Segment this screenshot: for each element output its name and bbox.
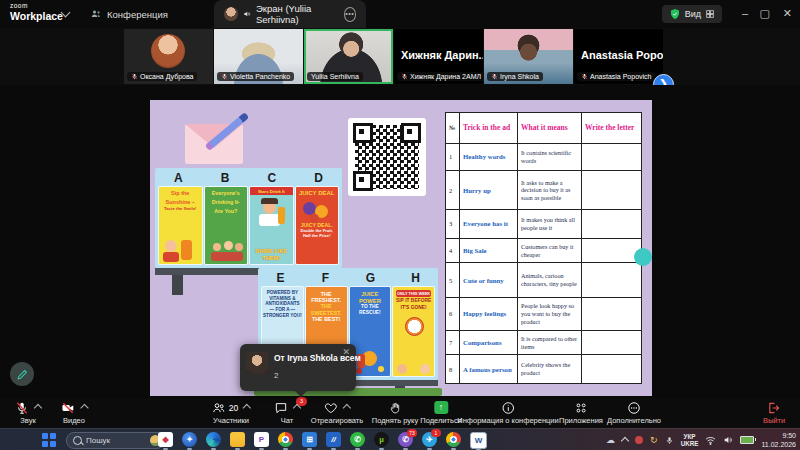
share-screen-icon: ↑ xyxy=(434,401,448,414)
viber-icon[interactable]: ✆73 xyxy=(398,432,413,447)
app-m-icon[interactable]: // xyxy=(326,432,341,447)
popup-tail xyxy=(295,391,307,397)
titlebar: zoom Workplace Конференция Экран (Yuliia… xyxy=(0,0,800,28)
tab-meeting-label: Конференция xyxy=(107,9,168,20)
juice-bottle xyxy=(181,240,192,260)
grid-view-icon xyxy=(705,9,715,19)
taskbar-search[interactable]: Пошук xyxy=(66,432,165,449)
shared-screen-area: A B C D Sip the Sunshine – Taste the Smi… xyxy=(0,85,800,398)
answer-cell xyxy=(582,330,642,355)
wifi-icon[interactable] xyxy=(705,436,716,445)
zoom-workplace-logo: zoom Workplace xyxy=(10,3,63,21)
letter-e: E xyxy=(258,268,303,287)
participant-name: Violetta Panchenko xyxy=(230,73,290,80)
chrome-profile-icon[interactable] xyxy=(446,432,461,447)
battery-icon[interactable] xyxy=(740,436,754,444)
tab-meeting[interactable]: Конференция xyxy=(80,0,178,28)
hidden-icons-chevron[interactable] xyxy=(621,437,629,445)
avatar xyxy=(246,352,268,374)
annotate-button[interactable] xyxy=(10,362,34,386)
telegram-icon[interactable]: ✈1 xyxy=(422,432,437,447)
avatar xyxy=(151,34,185,68)
table-row: 4Big SaleCustomers can buy it cheaper xyxy=(446,238,642,263)
chevron-up-icon[interactable] xyxy=(80,403,88,411)
leave-meeting-button[interactable]: Выйти xyxy=(763,400,785,425)
app-diia-icon[interactable]: ◆ xyxy=(158,432,173,447)
fruit xyxy=(356,368,362,374)
col-number: № xyxy=(446,113,460,144)
meeting-people-icon xyxy=(90,8,102,20)
girl-shirt xyxy=(163,252,179,262)
minimize-button[interactable]: – xyxy=(742,7,748,19)
table-row: 3Everyone has itIt makes you think all p… xyxy=(446,210,642,239)
raise-hand-button[interactable]: Поднять руку xyxy=(372,400,418,425)
maximize-button[interactable]: ▢ xyxy=(760,7,770,19)
share-screen-button[interactable]: ↑ Поделиться xyxy=(420,400,461,425)
letters-row: A B C D xyxy=(155,168,342,187)
chat-button[interactable]: 3 Чат xyxy=(274,400,300,425)
file-explorer-icon[interactable] xyxy=(230,432,245,447)
answer-cell xyxy=(582,238,642,263)
tab-screen-share[interactable]: Экран (Yuliia Serhiivna) ••• xyxy=(214,0,366,28)
video-button[interactable]: Видео xyxy=(61,400,88,425)
close-icon[interactable]: ✕ xyxy=(342,347,350,357)
participants-button[interactable]: 20 Участники xyxy=(212,400,250,425)
table-header-row: № Trick in the ad What it means Write th… xyxy=(446,113,642,144)
search-placeholder: Пошук xyxy=(86,436,146,445)
presentation-slide: A B C D Sip the Sunshine – Taste the Smi… xyxy=(150,100,652,396)
start-button[interactable] xyxy=(42,433,56,447)
poster-h: ONLY THIS WEEK SIP IT BEFORE IT'S GONE! xyxy=(393,287,434,376)
edge-icon[interactable] xyxy=(206,432,221,447)
chevron-up-icon[interactable] xyxy=(343,403,351,411)
qr-code xyxy=(348,118,426,196)
table-row: 6Happy feelingsPeople look happy so you … xyxy=(446,298,642,331)
chevron-up-icon[interactable] xyxy=(34,403,42,411)
view-button[interactable]: Вид xyxy=(662,5,722,23)
app-purple-icon[interactable]: P xyxy=(254,432,269,447)
app-blue-circle-icon[interactable]: ✦ xyxy=(182,432,197,447)
strawberry xyxy=(310,214,319,223)
react-button[interactable]: Отреагировать xyxy=(311,400,363,425)
meeting-info-button[interactable]: Информация о конференции xyxy=(457,400,558,425)
participant-name: Оксана Дуброва xyxy=(140,73,193,80)
taskbar-apps: ◆ ✦ P ⊞ // ✆ µ ✆73 ✈1 W xyxy=(158,432,487,449)
volume-icon[interactable] xyxy=(723,435,733,445)
whatsapp-icon[interactable]: ✆ xyxy=(350,432,365,447)
chrome-icon[interactable] xyxy=(278,432,293,447)
avatar xyxy=(224,7,238,21)
participant-tile-oksana[interactable]: Оксана Дуброва xyxy=(124,29,213,84)
weather-icon[interactable]: ☁ xyxy=(606,435,615,445)
apps-button[interactable]: Приложения xyxy=(559,400,603,425)
audio-button[interactable]: Звук xyxy=(15,400,41,425)
billboard-post xyxy=(172,275,183,295)
picnic-blanket xyxy=(211,252,243,261)
family-figure xyxy=(235,243,243,251)
taskbar-clock[interactable]: 9:50 11.02.2026 xyxy=(761,431,796,449)
utorrent-icon[interactable]: µ xyxy=(374,432,389,447)
close-button[interactable]: ✕ xyxy=(783,7,792,19)
chevron-up-icon[interactable] xyxy=(243,403,251,411)
language-indicator[interactable]: УКР UKRE xyxy=(681,433,699,447)
more-button[interactable]: Дополнительно xyxy=(607,400,661,425)
windows-taskbar: Пошук ◆ ✦ P ⊞ // ✆ µ ✆73 ✈1 W ☁ ↻ УКР UK… xyxy=(0,428,800,450)
chat-notification-popup[interactable]: От Iryna Shkola всем 2 ✕ xyxy=(240,344,356,391)
word-icon[interactable]: W xyxy=(470,432,487,449)
nameplate: Anastasia Popovich xyxy=(577,72,655,81)
microsoft-store-icon[interactable]: ⊞ xyxy=(302,432,317,447)
participant-tile-anastasia[interactable]: Anastasia Popo... Anastasia Popovich xyxy=(574,29,663,84)
sync-icon[interactable]: ↻ xyxy=(650,435,658,445)
tab-screen-label: Экран (Yuliia Serhiivna) xyxy=(256,3,337,25)
tab-options-icon[interactable]: ••• xyxy=(344,7,356,22)
participant-tile-yuliia-active-speaker[interactable]: Yuliia Serhiivna xyxy=(304,29,393,84)
participant-tile-violetta[interactable]: Violetta Panchenko xyxy=(214,29,303,84)
tray-app-icon[interactable] xyxy=(635,436,643,444)
letters-row: E F G H xyxy=(258,268,438,287)
tray-mic-icon[interactable] xyxy=(665,436,674,445)
participant-tile-iryna[interactable]: Iryna Shkola xyxy=(484,29,573,84)
info-circle-icon xyxy=(501,401,515,415)
alarm-clock xyxy=(405,317,424,336)
fruit xyxy=(378,366,384,372)
participant-tile-khyzhniak[interactable]: Хижняк Дарин... Хижняк Дарина 2АМЛ xyxy=(394,29,483,84)
microphone-muted-icon xyxy=(15,401,29,415)
zoom-toolbar: Звук Видео 20 Участники 3 Чат Отреагиров… xyxy=(0,398,800,428)
